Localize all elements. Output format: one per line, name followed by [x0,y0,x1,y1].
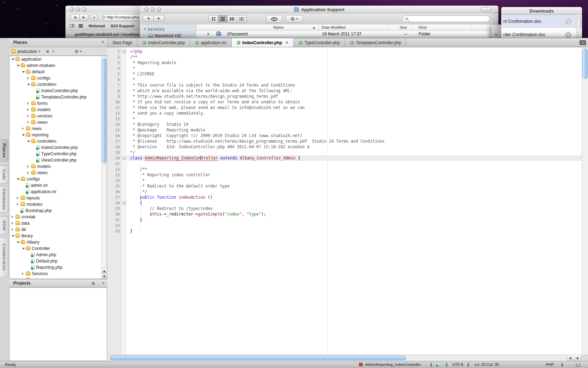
tree-item[interactable]: application.ini [9,189,107,195]
editor-tab[interactable]: TemplatesController.php [345,38,406,47]
sidebar-item-macintosh-hd[interactable]: Macintosh HD [155,33,181,38]
column-header-kind[interactable]: Kind [419,25,426,29]
icon-view-icon[interactable] [209,15,218,22]
tree-item[interactable]: Default.php [9,258,107,264]
tree-item[interactable]: data [9,220,107,226]
tree-disclosure-icon[interactable] [12,228,15,231]
side-tab-dom[interactable]: DOM [0,216,8,234]
tree-item[interactable]: views [9,119,107,125]
tree-disclosure-icon[interactable] [27,141,31,142]
quick-look-button[interactable] [266,15,282,23]
tree-item[interactable]: controllers [9,138,107,144]
tree-item[interactable]: Bootstrap.php [9,207,107,214]
minimize-traffic-light-icon[interactable] [76,7,80,12]
syntax-status-icon[interactable] [359,363,363,366]
fold-marker-icon[interactable] [122,202,126,205]
tree-disclosure-icon[interactable] [27,84,31,86]
code-line[interactable]: 19*/ [107,150,582,155]
code-line[interactable]: 5 * LICENSE [107,71,582,77]
tree-item[interactable]: Controller [9,245,107,252]
code-line[interactable]: 7 * This source file is subject to the S… [107,82,582,88]
devices-disclosure-icon[interactable] [144,28,146,30]
tree-disclosure-icon[interactable] [12,59,15,60]
fold-marker-icon[interactable] [122,157,126,160]
zoom-traffic-light-icon[interactable] [82,7,86,12]
reveal-in-finder-magnifier-icon[interactable] [565,32,571,38]
tree-disclosure-icon[interactable] [22,248,26,250]
tree-item[interactable]: Admin.php [9,252,107,258]
tree-disclosure-icon[interactable] [12,216,15,218]
action-menu-button[interactable]: ⚙ [286,15,303,23]
finder-row-1password[interactable]: 1Password 18 March 2011 17:37 -- Folder [196,31,498,37]
scroll-right-arrow-icon[interactable] [574,355,581,361]
tree-disclosure-icon[interactable] [17,65,21,67]
editor-tab[interactable]: IndexController.php✕ [232,38,294,47]
tree-item[interactable]: layouts [9,195,107,201]
code-line[interactable]: 8 * which are available via the world-wi… [107,88,582,94]
scrollbar-thumb[interactable] [582,49,588,79]
bookmarks-book-icon[interactable] [70,24,75,27]
tree-item[interactable]: news [9,125,107,132]
coverflow-view-icon[interactable] [237,15,246,22]
tree-item[interactable]: Albany [9,239,107,245]
code-line[interactable]: 29 // Redirect to /type/index [107,206,582,211]
code-line[interactable]: 24 * [107,178,582,183]
places-back-arrow-icon[interactable] [46,50,49,53]
tree-item[interactable]: configs [9,176,107,182]
close-icon[interactable]: ✕ [100,40,105,45]
bookmark-s24-support[interactable]: S24 Support [111,24,134,28]
places-root-dropdown[interactable]: production [11,49,41,54]
language-stepper-icon[interactable] [561,363,564,367]
tree-item[interactable]: TypeController.php [9,151,107,157]
list-view-icon[interactable] [218,15,227,22]
code-editor[interactable]: 1<?php2/**3 * Reporting module4 *5 * LIC… [107,47,588,355]
tree-disclosure-icon[interactable] [27,121,31,124]
encoding-stepper-icon[interactable] [467,363,470,367]
places-gear-menu[interactable]: ⚙ [75,49,82,54]
downloads-scrollbar[interactable] [576,15,582,39]
code-line[interactable]: 17 * @license http://www.studio24.net/te… [107,138,582,144]
tree-item[interactable]: TemplatesController.php [9,94,107,100]
code-line[interactable]: 12 * send you a copy immediately. [107,110,582,116]
editor-tab[interactable]: IndexController.php [138,38,190,47]
editor-tab[interactable]: Start Page [107,38,138,47]
tree-disclosure-icon[interactable] [12,235,15,237]
tab-overflow-menu-icon[interactable] [580,40,586,45]
finder-search-field[interactable] [402,15,490,22]
tree-item[interactable]: application [9,56,107,62]
places-forward-arrow-icon[interactable] [52,50,55,53]
code-line[interactable]: 11 * them via the web, please send an em… [107,105,582,110]
code-line[interactable]: 15 * @package Reporting module [107,127,582,133]
code-line[interactable]: 4 * [107,66,582,71]
tree-item[interactable]: library [9,233,107,239]
tree-item[interactable]: admin-modules [9,62,107,69]
scrollbar-thumb[interactable] [102,58,106,163]
chevron-down-icon[interactable] [102,282,104,284]
tree-item[interactable]: models [9,107,107,113]
scrollbar-thumb[interactable] [577,16,581,28]
toolbar-toggle-capsule[interactable] [481,7,491,11]
code-line[interactable]: 25 * Redirect to the default order type [107,183,582,189]
file-status-icon[interactable] [436,362,440,367]
code-line[interactable]: 23 * Reporting index controller [107,172,582,178]
tree-item[interactable]: Services [9,271,107,277]
code-line[interactable]: 28 { [107,200,582,206]
side-tab-databases[interactable]: Databases [0,186,8,213]
places-tree-scrollbar[interactable] [101,56,107,279]
code-line[interactable]: 30 $this->_redirector->gotoSimple("index… [107,211,582,217]
code-line[interactable]: 31 } [107,217,582,223]
tree-item[interactable]: IndexController.php [9,144,107,151]
tree-item[interactable]: forms [9,100,107,107]
projects-gear-menu[interactable]: ⚙ [91,281,95,286]
tree-disclosure-icon[interactable] [17,203,21,206]
tree-item[interactable]: models [9,163,107,170]
tree-disclosure-icon[interactable] [17,241,21,243]
plus-icon[interactable]: + [495,32,497,37]
tree-disclosure-icon[interactable] [22,272,26,275]
tree-item[interactable]: admin.ini [9,182,107,189]
scrollbar-thumb[interactable] [110,356,406,360]
side-tab-collaboration[interactable]: Collaboration [0,237,8,277]
tree-disclosure-icon[interactable] [27,108,31,111]
tree-item[interactable]: default [9,69,107,75]
browser-forward-button[interactable]: ▶ [79,14,89,20]
